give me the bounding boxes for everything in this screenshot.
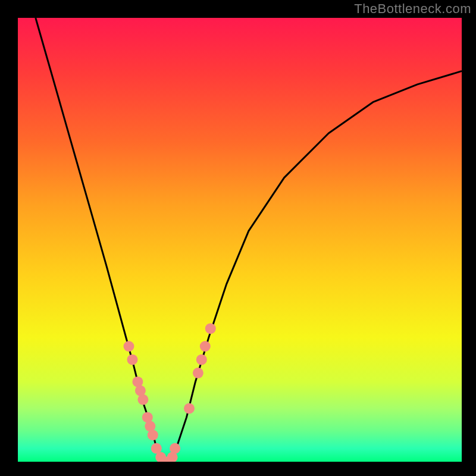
data-marker — [200, 341, 211, 352]
data-marker — [137, 394, 148, 405]
data-marker — [184, 403, 195, 414]
data-marker — [124, 341, 134, 352]
plot-area — [18, 18, 462, 462]
data-marker — [127, 354, 138, 365]
data-marker — [170, 443, 180, 454]
watermark-text: TheBottleneck.com — [354, 1, 471, 17]
data-marker — [148, 430, 158, 440]
bottleneck-curve — [36, 18, 462, 462]
data-marker — [196, 354, 207, 365]
data-marker — [205, 323, 216, 334]
data-marker — [193, 368, 203, 378]
chart-container: TheBottleneck.com — [0, 0, 476, 476]
bottleneck-chart — [18, 18, 462, 462]
